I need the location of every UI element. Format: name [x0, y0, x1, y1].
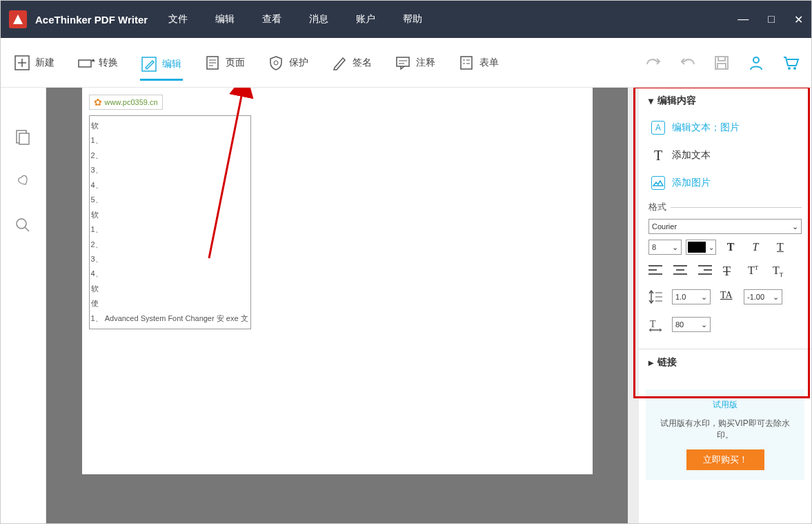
tool-sign[interactable]: 签名 — [330, 52, 373, 73]
search-icon[interactable] — [15, 217, 32, 234]
chevron-down-icon: ⌄ — [709, 244, 714, 251]
svg-point-26 — [17, 219, 26, 229]
doc-line: 2、 — [91, 148, 249, 163]
doc-line: 4、 — [91, 266, 249, 281]
char-spacing-value: -1.00 — [747, 293, 764, 301]
bold-button[interactable]: T — [723, 240, 738, 254]
bookmark-icon[interactable] — [15, 173, 32, 190]
align-right-button[interactable] — [698, 264, 713, 277]
save-icon[interactable] — [713, 55, 730, 71]
buy-button[interactable]: 立即购买！ — [686, 449, 764, 470]
svg-rect-13 — [461, 57, 472, 69]
form-icon — [459, 55, 474, 70]
doc-line: 5、 — [91, 193, 249, 207]
tool-edit[interactable]: 编辑 — [140, 54, 183, 81]
user-icon[interactable] — [748, 55, 764, 71]
section-links[interactable]: ▸ 链接 — [648, 356, 802, 369]
italic-button[interactable]: T — [748, 240, 763, 254]
menu-account[interactable]: 账户 — [356, 13, 375, 26]
svg-rect-20 — [717, 64, 726, 69]
font-value: Courier — [652, 222, 677, 231]
line-height-value: 1.0 — [675, 293, 686, 301]
maximize-icon[interactable]: □ — [768, 13, 775, 26]
trial-title: 试用版 — [655, 399, 795, 411]
tool-annotate[interactable]: 注释 — [394, 52, 437, 73]
add-image-label: 添加图片 — [672, 177, 711, 189]
doc-line: 软 — [91, 282, 249, 296]
minimize-icon[interactable]: — — [737, 13, 749, 26]
convert-icon — [78, 55, 93, 70]
menu-file[interactable]: 文件 — [168, 13, 188, 26]
color-value — [688, 242, 706, 253]
tool-page[interactable]: 页面 — [204, 52, 246, 73]
menu-edit[interactable]: 编辑 — [215, 13, 235, 26]
align-center-button[interactable] — [673, 264, 689, 277]
chevron-down-icon: ▾ — [648, 95, 653, 106]
doc-line: 1、 — [91, 222, 249, 237]
cart-icon[interactable] — [782, 55, 799, 71]
tool-new[interactable]: 新建 — [13, 52, 56, 73]
edit-text-image-label: 编辑文本；图片 — [672, 122, 740, 134]
menu-view[interactable]: 查看 — [262, 13, 281, 26]
line-height-select[interactable]: 1.0 ⌄ — [672, 289, 711, 304]
add-text-label: 添加文本 — [672, 149, 711, 162]
app-title: AceThinker PDF Writer — [35, 14, 148, 26]
undo-icon[interactable] — [679, 55, 695, 71]
size-select[interactable]: 8 ⌄ — [648, 240, 682, 255]
doc-line: 软 — [91, 119, 249, 133]
svg-point-21 — [753, 57, 759, 63]
subscript-button[interactable]: TT — [773, 264, 788, 277]
svg-point-23 — [793, 67, 796, 70]
text-a-icon: A — [651, 121, 665, 135]
menu-message[interactable]: 消息 — [309, 13, 328, 26]
color-picker[interactable]: ⌄ — [686, 240, 716, 255]
doc-line: 使 — [91, 296, 249, 311]
tool-convert-label: 转换 — [99, 57, 118, 69]
line-height-icon — [648, 290, 662, 304]
shield-icon — [268, 55, 284, 70]
edit-text-image-item[interactable]: A 编辑文本；图片 — [648, 114, 802, 142]
tool-protect[interactable]: 保护 — [267, 52, 310, 73]
close-icon[interactable]: ✕ — [794, 13, 803, 26]
superscript-button[interactable]: TT — [748, 264, 763, 277]
add-text-item[interactable]: T 添加文本 — [648, 142, 802, 169]
svg-line-27 — [25, 227, 29, 231]
horiz-scale-icon: T — [648, 318, 662, 331]
image-icon — [651, 176, 665, 190]
titlebar: AceThinker PDF Writer 文件 编辑 查看 消息 账户 帮助 … — [1, 1, 811, 38]
char-spacing-select[interactable]: -1.00 ⌄ — [744, 289, 782, 304]
tool-edit-label: 编辑 — [162, 58, 181, 70]
comment-icon — [395, 55, 410, 70]
strikethrough-button[interactable]: T — [723, 264, 738, 277]
tool-convert[interactable]: 转换 — [77, 52, 119, 73]
tool-annotate-label: 注释 — [416, 57, 435, 69]
add-image-item[interactable]: 添加图片 — [648, 169, 802, 197]
tool-form[interactable]: 表单 — [457, 52, 500, 73]
char-spacing-icon: TA — [720, 290, 734, 304]
redo-icon[interactable] — [644, 55, 661, 71]
page-icon — [205, 55, 220, 70]
chevron-down-icon: ⌄ — [672, 243, 678, 252]
underline-button[interactable]: T — [773, 240, 788, 254]
section-edit-content[interactable]: ▾ 编辑内容 — [648, 95, 802, 107]
svg-rect-19 — [718, 57, 725, 61]
text-frame[interactable]: 软 1、 2、 3、 4、 5、 软 1、 2、 3、 4、 软 使 1、 Ad… — [89, 115, 251, 329]
vertical-scrollbar[interactable] — [628, 88, 639, 523]
font-select[interactable]: Courier ⌄ — [648, 219, 802, 234]
menu-help[interactable]: 帮助 — [403, 13, 422, 26]
doc-line: 软 — [91, 208, 249, 222]
tool-form-label: 表单 — [479, 57, 499, 69]
text-t-icon: T — [651, 148, 665, 162]
side-panel: ▾ 编辑内容 A 编辑文本；图片 T 添加文本 添加图片 格式 Courie — [639, 88, 811, 523]
thumbnails-icon[interactable] — [15, 129, 32, 146]
document-canvas[interactable]: ✿ www.pc0359.cn 软 1、 2、 3、 4、 5、 软 1、 2、… — [46, 88, 628, 523]
watermark-icon: ✿ — [94, 97, 102, 108]
align-left-button[interactable] — [648, 264, 664, 277]
chevron-down-icon: ⌄ — [701, 320, 707, 329]
left-sidebar — [1, 88, 46, 523]
app-logo-icon — [9, 10, 27, 28]
horiz-scale-select[interactable]: 80 ⌄ — [672, 317, 711, 332]
tool-sign-label: 签名 — [353, 57, 372, 69]
watermark-badge: ✿ www.pc0359.cn — [89, 95, 163, 110]
tool-protect-label: 保护 — [289, 57, 308, 69]
